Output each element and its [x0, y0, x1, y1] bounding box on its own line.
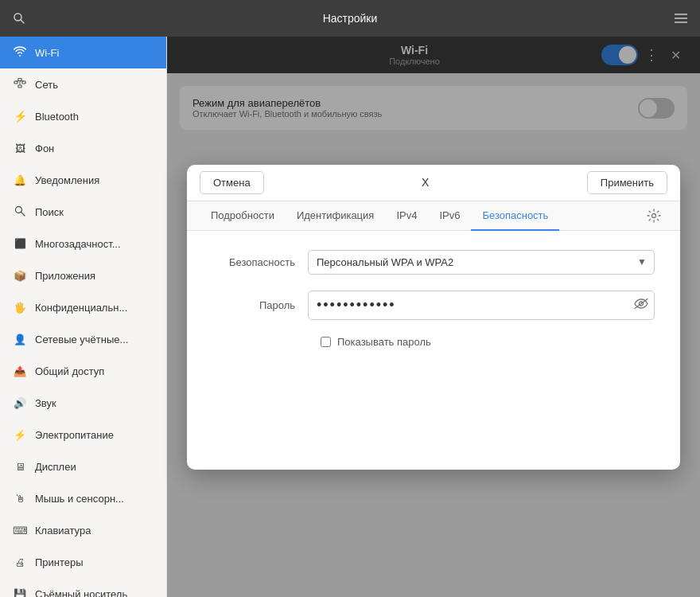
sidebar-item-network[interactable]: Сеть — [0, 68, 166, 100]
accounts-icon: 👤 — [13, 334, 27, 345]
sharing-icon: 📤 — [13, 365, 27, 377]
show-password-checkbox[interactable] — [321, 337, 331, 347]
show-password-icon[interactable] — [634, 298, 648, 312]
sidebar-label-search: Поиск — [35, 206, 64, 218]
network-dialog: Отмена X Применить Подробности Идентифик… — [187, 165, 680, 470]
dialog-content: Безопасность Персональный WPA и WPA2 ▼ П… — [187, 231, 680, 470]
gear-icon[interactable] — [640, 201, 667, 230]
sidebar-item-accounts[interactable]: 👤 Сетевые учётные... — [0, 323, 166, 355]
sidebar-item-search[interactable]: Поиск — [0, 196, 166, 228]
apply-button[interactable]: Применить — [587, 171, 667, 194]
security-select[interactable]: Персональный WPA и WPA2 — [308, 250, 655, 275]
sidebar-label-printers: Принтеры — [35, 556, 84, 568]
tab-security[interactable]: Безопасность — [471, 201, 559, 231]
password-row: Пароль — [212, 291, 655, 320]
svg-line-9 — [16, 80, 20, 81]
notifications-icon: 🔔 — [13, 174, 27, 186]
apps-icon: 📦 — [13, 270, 27, 282]
sidebar-label-keyboard: Клавиатура — [35, 525, 91, 537]
sidebar-item-background[interactable]: 🖼 Фон — [0, 132, 166, 164]
tab-identity[interactable]: Идентификация — [286, 201, 385, 231]
wifi-icon — [13, 46, 27, 60]
app-window: Настройки Wi-Fi — [0, 0, 700, 597]
app-title: Настройки — [32, 12, 668, 25]
tab-ipv4[interactable]: IPv4 — [385, 201, 428, 231]
sidebar-label-mouse: Мышь и сенсорн... — [35, 493, 124, 505]
sidebar-item-multitasking[interactable]: ⬛ Многозадачност... — [0, 228, 166, 259]
svg-rect-7 — [22, 81, 25, 84]
sidebar-item-mouse[interactable]: 🖱 Мышь и сенсорн... — [0, 482, 166, 514]
sidebar-item-printers[interactable]: 🖨 Принтеры — [0, 546, 166, 578]
password-label: Пароль — [212, 299, 308, 311]
sidebar-item-bluetooth[interactable]: ⚡ Bluetooth — [0, 100, 166, 132]
security-select-wrap: Персональный WPA и WPA2 ▼ — [308, 250, 655, 275]
sidebar: Wi-Fi Сеть ⚡ Bl — [0, 37, 167, 597]
sidebar-item-sharing[interactable]: 📤 Общий доступ — [0, 355, 166, 387]
tab-ipv6[interactable]: IPv6 — [428, 201, 471, 231]
sidebar-label-displays: Дисплеи — [35, 461, 76, 473]
sidebar-item-privacy[interactable]: 🖐 Конфиденциальн... — [0, 291, 166, 323]
keyboard-icon: ⌨ — [13, 525, 27, 537]
sidebar-label-apps: Приложения — [35, 270, 95, 282]
sidebar-item-removable[interactable]: 💾 Съёмный носитель — [0, 578, 166, 597]
sidebar-item-wifi[interactable]: Wi-Fi — [0, 37, 166, 68]
sidebar-label-sharing: Общий доступ — [35, 365, 104, 377]
displays-icon: 🖥 — [13, 461, 27, 473]
background-icon: 🖼 — [13, 142, 27, 154]
sound-icon: 🔊 — [13, 397, 27, 409]
dialog-tabs: Подробности Идентификация IPv4 IPv6 Безо… — [187, 201, 680, 231]
sidebar-item-keyboard[interactable]: ⌨ Клавиатура — [0, 514, 166, 546]
sidebar-label-bluetooth: Bluetooth — [35, 111, 79, 123]
privacy-icon: 🖐 — [13, 302, 27, 314]
power-icon: ⚡ — [13, 429, 27, 441]
printers-icon: 🖨 — [13, 556, 27, 568]
sidebar-item-power[interactable]: ⚡ Электропитание — [0, 419, 166, 451]
show-password-label[interactable]: Показывать пароль — [337, 336, 431, 348]
search-icon[interactable] — [6, 6, 32, 31]
password-input-wrap — [308, 291, 655, 320]
sidebar-item-apps[interactable]: 📦 Приложения — [0, 259, 166, 291]
sidebar-item-displays[interactable]: 🖥 Дисплеи — [0, 451, 166, 482]
svg-rect-5 — [18, 85, 21, 88]
sidebar-label-sound: Звук — [35, 397, 56, 409]
sidebar-label-removable: Съёмный носитель — [35, 588, 127, 598]
menu-icon[interactable] — [668, 6, 694, 31]
content-area: Wi-Fi Сеть ⚡ Bl — [0, 37, 700, 597]
multitasking-icon: ⬛ — [13, 238, 27, 249]
main-panel: Wi-Fi Подключено ⋮ ✕ Режим для авиаперел… — [167, 37, 700, 597]
sidebar-label-wifi: Wi-Fi — [35, 47, 59, 59]
sidebar-item-sound[interactable]: 🔊 Звук — [0, 387, 166, 419]
network-icon — [13, 78, 27, 92]
modal-overlay: Отмена X Применить Подробности Идентифик… — [167, 37, 700, 597]
svg-rect-8 — [18, 78, 21, 80]
svg-line-1 — [21, 20, 24, 23]
removable-icon: 💾 — [13, 588, 27, 598]
sidebar-label-power: Электропитание — [35, 429, 114, 441]
dialog-header: Отмена X Применить — [187, 165, 680, 201]
sidebar-label-accounts: Сетевые учётные... — [35, 334, 128, 345]
sidebar-label-background: Фон — [35, 142, 54, 154]
svg-point-14 — [652, 213, 656, 217]
search-sidebar-icon — [13, 205, 27, 219]
mouse-icon: 🖱 — [13, 493, 27, 505]
tab-details[interactable]: Подробности — [200, 201, 286, 231]
svg-line-13 — [21, 212, 25, 216]
sidebar-item-notifications[interactable]: 🔔 Уведомления — [0, 164, 166, 196]
title-bar: Настройки — [0, 0, 700, 37]
dialog-title: X — [264, 176, 587, 189]
sidebar-label-multitasking: Многозадачност... — [35, 238, 121, 250]
security-label: Безопасность — [212, 256, 308, 268]
show-password-row: Показывать пароль — [321, 336, 655, 348]
cancel-button[interactable]: Отмена — [200, 171, 264, 194]
sidebar-label-privacy: Конфиденциальн... — [35, 302, 127, 314]
password-input[interactable] — [308, 291, 655, 320]
bluetooth-icon: ⚡ — [13, 110, 27, 123]
sidebar-label-network: Сеть — [35, 79, 58, 91]
svg-rect-6 — [14, 81, 18, 84]
sidebar-label-notifications: Уведомления — [35, 174, 99, 186]
security-row: Безопасность Персональный WPA и WPA2 ▼ — [212, 250, 655, 275]
svg-line-10 — [20, 80, 24, 81]
